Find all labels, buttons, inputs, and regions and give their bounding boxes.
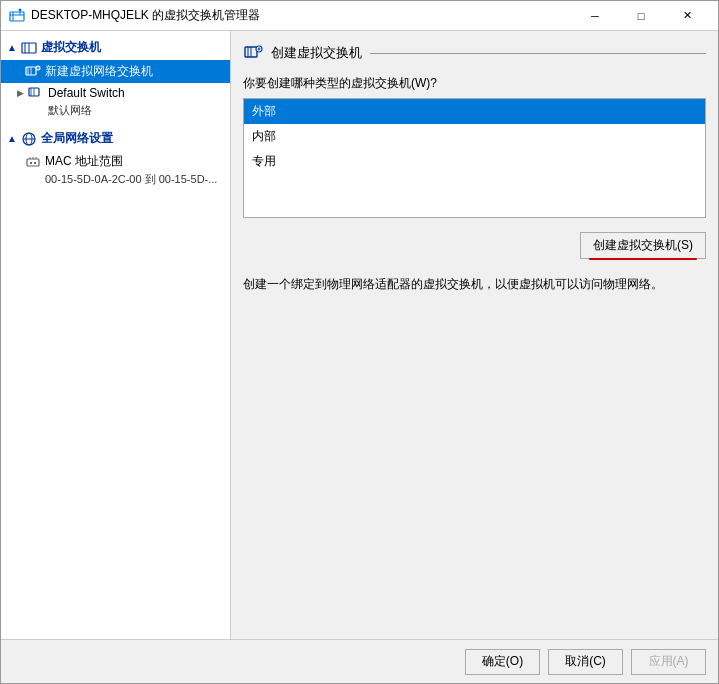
question-container: 你要创建哪种类型的虚拟交换机(W)? 外部 内部 专用 xyxy=(243,75,706,218)
main-window: DESKTOP-MHQJELK 的虚拟交换机管理器 ─ □ ✕ ▲ 虚拟交换机 xyxy=(0,0,719,684)
app-icon xyxy=(9,8,25,24)
svg-rect-25 xyxy=(34,162,36,164)
mac-section: MAC 地址范围 00-15-5D-0A-2C-00 到 00-15-5D-..… xyxy=(1,151,230,189)
new-switch-label: 新建虚拟网络交换机 xyxy=(45,63,153,80)
mac-range-label: 00-15-5D-0A-2C-00 到 00-15-5D-... xyxy=(25,172,224,187)
svg-point-3 xyxy=(19,8,22,11)
default-switch-row: Default Switch xyxy=(28,85,125,101)
default-switch-container[interactable]: ▶ Default Switch 默认网络 xyxy=(1,83,230,120)
global-network-label: 全局网络设置 xyxy=(41,130,113,147)
close-button[interactable]: ✕ xyxy=(664,1,710,31)
list-item-external[interactable]: 外部 xyxy=(244,99,705,124)
mac-header[interactable]: MAC 地址范围 xyxy=(25,153,224,170)
right-panel: 创建虚拟交换机 你要创建哪种类型的虚拟交换机(W)? 外部 内部 专用 创建虚拟… xyxy=(231,31,718,639)
create-switch-panel-icon xyxy=(243,43,263,63)
chevron-icon: ▲ xyxy=(7,42,17,53)
list-item-private[interactable]: 专用 xyxy=(244,149,705,174)
panel-title-line: 创建虚拟交换机 xyxy=(243,43,706,63)
global-network-section-header[interactable]: ▲ 全局网络设置 xyxy=(1,126,230,151)
default-network-label: 默认网络 xyxy=(28,101,125,118)
sidebar: ▲ 虚拟交换机 新建虚拟网络交换机 xyxy=(1,31,231,639)
svg-rect-20 xyxy=(27,159,39,166)
switch-section-icon xyxy=(21,40,37,56)
minimize-button[interactable]: ─ xyxy=(572,1,618,31)
create-btn-row: 创建虚拟交换机(S) xyxy=(243,232,706,259)
new-switch-icon xyxy=(25,64,41,80)
window-title: DESKTOP-MHQJELK 的虚拟交换机管理器 xyxy=(31,7,260,24)
panel-title: 创建虚拟交换机 xyxy=(271,44,362,62)
title-controls: ─ □ ✕ xyxy=(572,1,710,31)
panel-title-bar: 创建虚拟交换机 xyxy=(243,43,706,63)
virtual-switch-label: 虚拟交换机 xyxy=(41,39,101,56)
title-bar-left: DESKTOP-MHQJELK 的虚拟交换机管理器 xyxy=(9,7,260,24)
panel-body: 你要创建哪种类型的虚拟交换机(W)? 外部 内部 专用 创建虚拟交换机(S) 创… xyxy=(243,75,706,627)
bottom-bar: 确定(O) 取消(C) 应用(A) xyxy=(1,639,718,683)
svg-rect-24 xyxy=(30,162,32,164)
default-switch-content: Default Switch 默认网络 xyxy=(28,85,125,118)
new-virtual-switch-item[interactable]: 新建虚拟网络交换机 xyxy=(1,60,230,83)
global-network-icon xyxy=(21,131,37,147)
description-text: 创建一个绑定到物理网络适配器的虚拟交换机，以便虚拟机可以访问物理网络。 xyxy=(243,275,706,294)
default-switch-label: Default Switch xyxy=(48,86,125,100)
cancel-button[interactable]: 取消(C) xyxy=(548,649,623,675)
virtual-switch-section-header[interactable]: ▲ 虚拟交换机 xyxy=(1,35,230,60)
expand-icon: ▶ xyxy=(17,88,24,98)
global-chevron-icon: ▲ xyxy=(7,133,17,144)
question-text: 你要创建哪种类型的虚拟交换机(W)? xyxy=(243,75,706,92)
default-switch-icon xyxy=(28,85,44,101)
svg-rect-0 xyxy=(10,12,24,21)
ok-button[interactable]: 确定(O) xyxy=(465,649,540,675)
mac-section-label: MAC 地址范围 xyxy=(45,153,123,170)
list-item-internal[interactable]: 内部 xyxy=(244,124,705,149)
create-switch-button[interactable]: 创建虚拟交换机(S) xyxy=(580,232,706,259)
network-adapter-icon xyxy=(25,154,41,170)
maximize-button[interactable]: □ xyxy=(618,1,664,31)
apply-button[interactable]: 应用(A) xyxy=(631,649,706,675)
title-bar: DESKTOP-MHQJELK 的虚拟交换机管理器 ─ □ ✕ xyxy=(1,1,718,31)
switch-type-list[interactable]: 外部 内部 专用 xyxy=(243,98,706,218)
content-area: ▲ 虚拟交换机 新建虚拟网络交换机 xyxy=(1,31,718,639)
